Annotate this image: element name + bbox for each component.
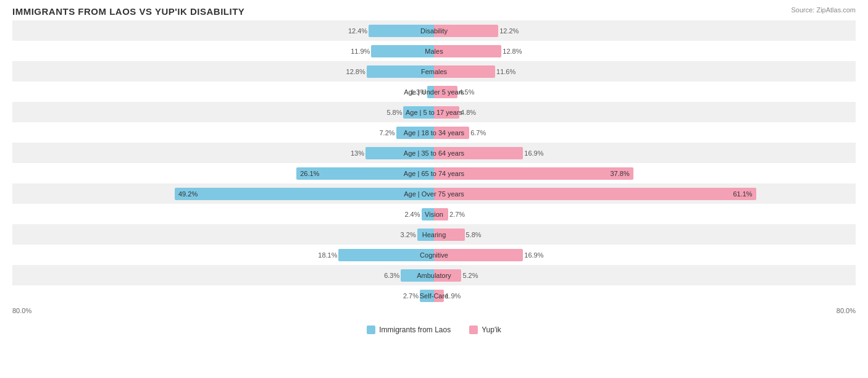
- chart-area: 12.4% Disability 12.2% 11.9% Males: [12, 20, 856, 323]
- table-row: 49.2% Age | Over 75 years 61.1%: [12, 183, 856, 204]
- legend-label-left: Immigrants from Laos: [379, 326, 451, 334]
- rows-wrapper: 12.4% Disability 12.2% 11.9% Males: [12, 20, 856, 306]
- bar-right: [434, 45, 501, 57]
- bar-left: [338, 249, 434, 261]
- bar-right: [434, 65, 495, 78]
- val-right-inner: 37.8%: [611, 170, 630, 177]
- table-row: 1.3% Age | Under 5 years 4.5%: [12, 82, 856, 102]
- table-row: 18.1% Cognitive 16.9%: [12, 245, 856, 265]
- bar-right: [434, 269, 461, 282]
- bar-left: [396, 127, 434, 139]
- axis-right: 80.0%: [837, 307, 856, 314]
- table-row: 2.7% Self-Care 1.9%: [12, 285, 856, 306]
- val-right-inner: 61.1%: [733, 190, 752, 198]
- legend-label-right: Yup'ik: [482, 326, 501, 334]
- val-left: 7.2%: [379, 129, 394, 136]
- val-left: 5.8%: [386, 109, 402, 116]
- axis-labels: 80.0% 80.0%: [12, 307, 856, 314]
- val-right: 2.7%: [449, 211, 465, 218]
- bar-left: [369, 25, 434, 37]
- val-right: 1.9%: [445, 292, 461, 300]
- bar-right: [434, 229, 465, 241]
- bar-right: [434, 290, 444, 302]
- legend-box-left: [367, 326, 375, 334]
- bar-right: 61.1%: [434, 188, 756, 200]
- table-row: 11.9% Males 12.8%: [12, 41, 856, 61]
- val-left: 2.7%: [403, 292, 419, 300]
- val-right: 16.9%: [524, 149, 543, 157]
- bar-right: [434, 249, 523, 261]
- bar-left: [427, 86, 434, 98]
- table-row: 2.4% Vision 2.7%: [12, 204, 856, 224]
- val-left: 1.3%: [411, 88, 426, 96]
- val-right: 6.7%: [470, 129, 486, 136]
- bar-left: [365, 147, 434, 159]
- bar-right: [434, 106, 459, 119]
- val-left: 11.9%: [351, 48, 370, 55]
- bar-left: 26.1%: [296, 167, 434, 180]
- chart-container: IMMIGRANTS FROM LAOS VS YUP'IK DISABILIT…: [0, 0, 868, 378]
- bar-left: 49.2%: [175, 188, 434, 200]
- val-left: 12.8%: [346, 68, 365, 75]
- val-right: 5.2%: [462, 272, 478, 279]
- table-row: 6.3% Ambulatory 5.2%: [12, 265, 856, 285]
- table-row: 13% Age | 35 to 64 years 16.9%: [12, 143, 856, 163]
- bar-right: [434, 127, 469, 139]
- legend: Immigrants from Laos Yup'ik: [12, 326, 856, 334]
- legend-item-right: Yup'ik: [469, 326, 501, 334]
- val-right: 12.8%: [503, 48, 522, 55]
- source-label: Source: ZipAtlas.com: [791, 6, 856, 14]
- bar-left: [401, 269, 434, 282]
- table-row: 7.2% Age | 18 to 34 years 6.7%: [12, 122, 856, 143]
- val-right: 16.9%: [524, 251, 543, 259]
- bar-left: [403, 106, 434, 119]
- val-left: 2.4%: [404, 211, 420, 218]
- bar-right: [434, 147, 523, 159]
- val-left: 18.1%: [318, 251, 337, 259]
- bar-right: [434, 86, 457, 98]
- val-right: 5.8%: [466, 231, 482, 238]
- bar-left: [417, 229, 434, 241]
- val-right: 4.8%: [461, 109, 476, 116]
- val-right: 11.6%: [496, 68, 515, 75]
- table-row: 12.8% Females 11.6%: [12, 61, 856, 82]
- axis-left: 80.0%: [12, 307, 31, 314]
- bar-left: [371, 45, 434, 57]
- chart-title: IMMIGRANTS FROM LAOS VS YUP'IK DISABILIT…: [12, 6, 856, 17]
- bar-left: [367, 65, 434, 78]
- bar-right: 37.8%: [434, 167, 633, 180]
- val-left: 13%: [351, 149, 364, 157]
- legend-box-right: [469, 326, 478, 334]
- val-right: 12.2%: [499, 27, 519, 35]
- table-row: 26.1% Age | 65 to 74 years 37.8%: [12, 163, 856, 183]
- val-left-inner: 26.1%: [300, 170, 319, 177]
- val-left: 6.3%: [384, 272, 399, 279]
- val-left: 3.2%: [401, 231, 416, 238]
- bar-right: [434, 208, 448, 220]
- val-left: 12.4%: [348, 27, 367, 35]
- table-row: 5.8% Age | 5 to 17 years 4.8%: [12, 102, 856, 122]
- bar-right: [434, 25, 498, 37]
- val-right: 4.5%: [459, 88, 474, 96]
- table-row: 12.4% Disability 12.2%: [12, 20, 856, 41]
- val-left-inner: 49.2%: [178, 190, 198, 198]
- bar-left: [422, 208, 434, 220]
- legend-item-left: Immigrants from Laos: [367, 326, 451, 334]
- table-row: 3.2% Hearing 5.8%: [12, 224, 856, 245]
- bar-left: [420, 290, 434, 302]
